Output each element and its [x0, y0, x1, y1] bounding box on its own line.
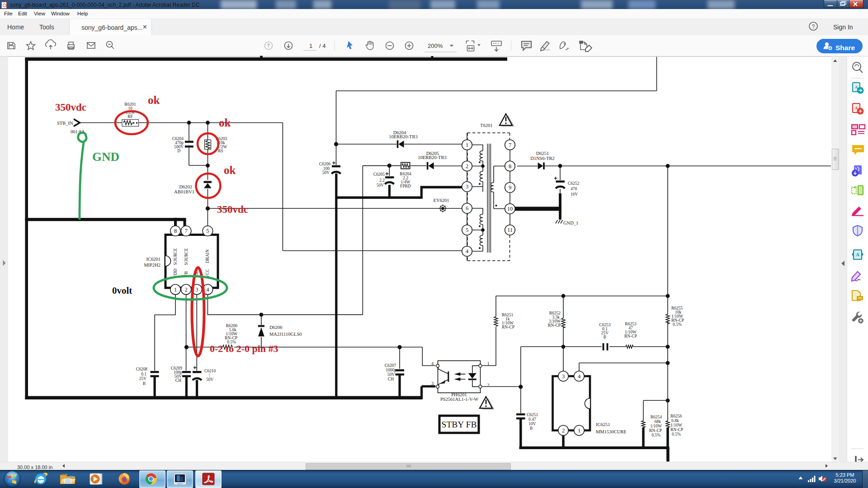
svg-text:4: 4 — [578, 373, 581, 380]
svg-text:RN-CP: RN-CP — [502, 325, 514, 329]
svg-text:68k: 68k — [655, 419, 661, 424]
svg-text:3: 3 — [466, 183, 468, 190]
svg-text:C6210: C6210 — [204, 369, 216, 373]
svg-text:FPRD: FPRD — [400, 184, 411, 188]
svg-text:50V: 50V — [322, 170, 330, 175]
svg-text:1000p: 1000p — [386, 368, 396, 372]
svg-text:2: 2 — [466, 163, 468, 169]
svg-text:C6251: C6251 — [527, 413, 538, 417]
svg-text:MM1530CURE: MM1530CURE — [596, 429, 627, 434]
svg-text:RN-CP: RN-CP — [624, 334, 637, 338]
svg-text:350vdc: 350vdc — [55, 102, 86, 113]
svg-text:R6256: R6256 — [670, 414, 682, 418]
svg-text:SOURCE: SOURCE — [173, 248, 178, 265]
svg-text:D6202: D6202 — [179, 184, 192, 189]
svg-text:4: 4 — [431, 361, 434, 366]
svg-text:10ERB20-TB3: 10ERB20-TB3 — [418, 155, 447, 160]
svg-text:CH: CH — [388, 377, 394, 381]
svg-text:R6254: R6254 — [651, 415, 662, 419]
svg-text:CH: CH — [175, 378, 181, 383]
svg-text:10V: 10V — [528, 422, 536, 426]
svg-text:1/10W: 1/10W — [650, 424, 662, 428]
svg-text:10: 10 — [507, 206, 513, 212]
svg-text:3: 3 — [431, 381, 434, 386]
svg-text:C6206: C6206 — [319, 162, 331, 166]
svg-text:A: A — [856, 252, 859, 257]
svg-text:1: 1 — [174, 286, 177, 293]
svg-text:ok: ok — [219, 117, 231, 129]
svg-text:RS: RS — [218, 149, 223, 153]
svg-text:2: 2 — [184, 286, 187, 293]
svg-text:B: B — [604, 335, 606, 339]
svg-text:100: 100 — [323, 166, 330, 171]
svg-text:5: 5 — [206, 228, 209, 234]
svg-text:50V: 50V — [377, 183, 384, 188]
svg-text:6: 6 — [466, 205, 468, 211]
svg-text:ok: ok — [148, 94, 160, 106]
svg-text:1: 1 — [466, 142, 468, 148]
svg-text:PS2561AL1-1-V-W: PS2561AL1-1-V-W — [440, 397, 478, 402]
svg-text:0volt: 0volt — [112, 285, 132, 296]
svg-text:C6207: C6207 — [385, 363, 396, 368]
svg-text:MA2J1110GLS0: MA2J1110GLS0 — [269, 332, 302, 337]
svg-text:2.2: 2.2 — [379, 178, 385, 183]
svg-text:2: 2 — [487, 383, 489, 388]
svg-text:|: | — [209, 373, 210, 377]
svg-text:D: D — [177, 149, 180, 153]
svg-text:IC6201: IC6201 — [146, 257, 161, 262]
svg-text:6.8k: 6.8k — [671, 418, 679, 423]
svg-text:B: B — [143, 381, 146, 386]
svg-text:STB_IN: STB_IN — [57, 121, 73, 126]
svg-text:ok: ok — [224, 164, 236, 176]
svg-text:9: 9 — [509, 184, 511, 191]
svg-text:8: 8 — [174, 228, 177, 234]
svg-text:0.5%: 0.5% — [651, 433, 660, 437]
svg-text:D6206: D6206 — [269, 325, 283, 330]
svg-text:AB01BV1: AB01BV1 — [174, 189, 194, 194]
svg-text:25V: 25V — [139, 376, 147, 381]
svg-text:0.5%: 0.5% — [673, 322, 682, 327]
svg-text:8: 8 — [509, 163, 511, 169]
svg-text:C6252: C6252 — [568, 181, 580, 186]
svg-text:4: 4 — [466, 248, 469, 254]
svg-text:EY6201: EY6201 — [434, 198, 449, 203]
svg-text:0-2 to 2-0 pin #3: 0-2 to 2-0 pin #3 — [210, 343, 278, 354]
svg-text:0.1: 0.1 — [141, 372, 146, 376]
svg-text:3: 3 — [562, 373, 565, 380]
svg-text:RF: RF — [127, 114, 133, 119]
svg-text:50V: 50V — [206, 377, 214, 382]
svg-text:B: B — [530, 426, 533, 431]
svg-text:IC6251: IC6251 — [596, 422, 610, 427]
svg-text:DRAIN: DRAIN — [205, 249, 210, 263]
svg-text:SOURCE: SOURCE — [184, 248, 189, 265]
svg-text:10ERB20-TB3: 10ERB20-TB3 — [389, 134, 418, 139]
svg-text:C6205: C6205 — [373, 172, 385, 177]
svg-text:MIP2H2: MIP2H2 — [144, 263, 160, 267]
svg-text:D6251: D6251 — [536, 151, 549, 156]
svg-text:50V: 50V — [387, 372, 395, 377]
svg-text:C6208: C6208 — [136, 367, 148, 371]
svg-text:2: 2 — [562, 427, 565, 434]
svg-text:16V: 16V — [571, 192, 578, 197]
svg-text:T6201: T6201 — [480, 123, 492, 128]
svg-text:STBY FB: STBY FB — [442, 420, 477, 429]
svg-text:470: 470 — [571, 187, 577, 191]
svg-text:7: 7 — [509, 142, 511, 148]
svg-text:5: 5 — [466, 227, 468, 233]
svg-text:GND: GND — [92, 150, 119, 164]
svg-text:RN-CP: RN-CP — [670, 427, 683, 432]
svg-text:1/10W: 1/10W — [670, 423, 682, 427]
svg-text:3: 3 — [195, 286, 198, 293]
svg-text:1: 1 — [578, 427, 580, 434]
svg-text:RN-CP: RN-CP — [548, 323, 561, 328]
svg-text:11: 11 — [507, 227, 513, 233]
svg-text:4: 4 — [206, 286, 209, 293]
svg-text:0.47: 0.47 — [528, 417, 536, 422]
svg-text:0.5%: 0.5% — [672, 432, 681, 436]
svg-text:350vdc: 350vdc — [217, 204, 248, 215]
svg-text:RN-CP: RN-CP — [649, 428, 662, 433]
svg-text:7: 7 — [184, 228, 187, 234]
svg-text:1: 1 — [487, 361, 489, 366]
svg-text:D1NS6-TR2: D1NS6-TR2 — [530, 156, 555, 161]
svg-text:GND_1: GND_1 — [563, 221, 578, 225]
